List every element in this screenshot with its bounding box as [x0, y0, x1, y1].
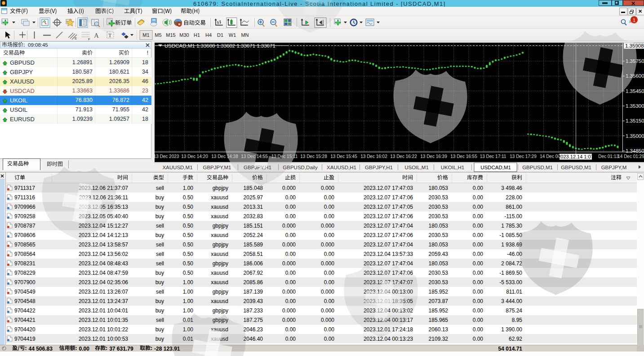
svg-text:GBPJPY,M1: GBPJPY,M1 — [203, 165, 231, 170]
svg-text:GBPJPY,H1: GBPJPY,H1 — [244, 165, 271, 170]
svg-text:XAUUSD,H1: XAUUSD,H1 — [327, 165, 356, 170]
svg-text:GBPUSD,M1: GBPUSD,M1 — [561, 165, 591, 170]
svg-text:UKOIL,H1: UKOIL,H1 — [441, 165, 464, 170]
svg-text:USDCAD,M1: USDCAD,M1 — [480, 165, 511, 170]
svg-text:GBPUSD,M1: GBPUSD,M1 — [522, 165, 553, 170]
svg-text:USOIL,M1: USOIL,M1 — [404, 165, 429, 170]
svg-text:GBPJPY,H1: GBPJPY,H1 — [365, 165, 393, 170]
svg-text:GBPUSD,Daily: GBPUSD,Daily — [283, 165, 318, 170]
svg-text:XAUUSD,M1: XAUUSD,M1 — [162, 165, 192, 170]
svg-text:GBPJPY,M: GBPJPY,M — [601, 165, 627, 170]
